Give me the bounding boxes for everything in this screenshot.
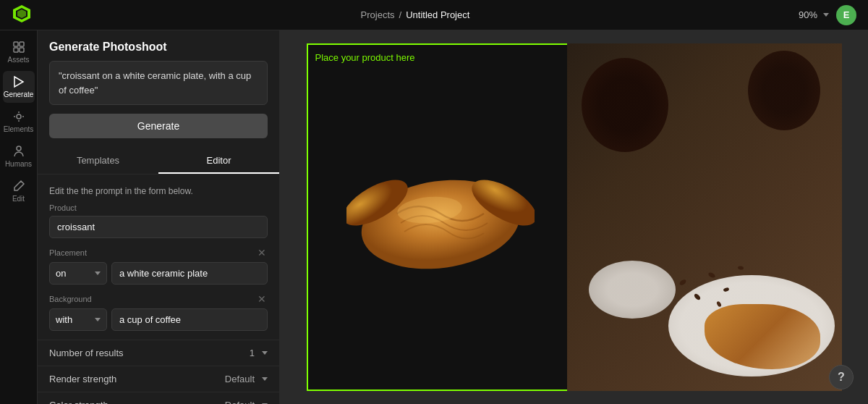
sidebar-item-elements[interactable]: Elements: [3, 106, 35, 138]
setting-render-strength-value: Default: [225, 374, 268, 384]
breadcrumb: Projects / Untitled Project: [361, 9, 470, 20]
svg-point-8: [17, 114, 21, 119]
bg-decorations: [567, 43, 842, 391]
svg-point-9: [17, 146, 21, 151]
svg-point-15: [723, 287, 729, 292]
form-description: Edit the the prompt in the form below.: [49, 186, 268, 196]
setting-render-strength[interactable]: Render strength Default: [38, 366, 279, 392]
background-preposition-select[interactable]: with: [49, 308, 107, 331]
help-button[interactable]: ?: [829, 365, 854, 390]
canvas-area: Place your product here: [280, 30, 868, 404]
zoom-chevron-icon: [823, 13, 829, 17]
sidebar-item-assets-label: Assets: [7, 56, 29, 64]
panel-title: Generate Photoshoot: [38, 30, 279, 61]
background-clear-button[interactable]: ✕: [256, 293, 268, 305]
croissant-illustration: [346, 101, 535, 333]
sidebar-item-humans[interactable]: Humans: [3, 140, 35, 172]
user-avatar[interactable]: E: [836, 5, 856, 25]
svg-point-18: [678, 279, 687, 287]
sidebar-item-generate[interactable]: Generate: [3, 71, 35, 103]
background-preposition-value: with: [56, 314, 72, 325]
svg-point-17: [737, 266, 744, 270]
topbar-logo: [12, 4, 32, 27]
tab-templates[interactable]: Templates: [38, 148, 158, 174]
placement-row: on: [49, 262, 268, 285]
product-label: Product: [49, 203, 268, 212]
product-input[interactable]: [49, 216, 268, 238]
main-layout: Assets Generate Elements Humans: [0, 30, 868, 404]
setting-number-of-results-value: 1: [250, 348, 268, 358]
placement-preposition-select[interactable]: on: [49, 262, 107, 285]
bg-scene: [567, 43, 842, 391]
background-header: Background ✕: [49, 293, 268, 305]
panel: Generate Photoshoot "croissant on a whit…: [38, 30, 280, 404]
placement-clear-button[interactable]: ✕: [256, 247, 268, 258]
svg-rect-4: [20, 42, 24, 46]
setting-color-strength-label: Color strength: [49, 400, 109, 404]
setting-color-strength[interactable]: Color strength Default: [38, 392, 279, 404]
placement-group: Placement ✕ on: [49, 247, 268, 285]
setting-color-strength-value: Default: [225, 400, 268, 404]
placement-value-input[interactable]: [111, 262, 268, 285]
setting-number-of-results[interactable]: Number of results 1: [38, 340, 279, 366]
number-of-results-chevron-icon: [262, 351, 268, 355]
background-scene: [567, 43, 842, 391]
generate-button[interactable]: Generate: [49, 114, 268, 138]
current-project[interactable]: Untitled Project: [406, 9, 469, 20]
background-group: Background ✕ with: [49, 293, 268, 331]
sidebar-item-edit[interactable]: Edit: [3, 175, 35, 207]
setting-number-of-results-label: Number of results: [49, 348, 124, 358]
render-strength-value: Default: [225, 374, 255, 384]
background-chevron-icon: [95, 318, 101, 321]
setting-render-strength-label: Render strength: [49, 374, 116, 384]
topbar-right: 90% E: [799, 5, 856, 25]
svg-point-14: [707, 272, 716, 279]
render-strength-chevron-icon: [262, 377, 268, 381]
editor-form: Edit the the prompt in the form below. P…: [38, 182, 279, 340]
product-drop-zone[interactable]: Place your product here: [307, 43, 574, 391]
zoom-control[interactable]: 90%: [799, 9, 829, 20]
svg-marker-7: [14, 77, 23, 87]
prompt-box: "croissant on a white ceramic plate, wit…: [49, 61, 268, 105]
sidebar-item-edit-label: Edit: [12, 195, 25, 203]
topbar: Projects / Untitled Project 90% E: [0, 0, 868, 30]
sidebar-item-assets[interactable]: Assets: [3, 36, 35, 68]
sidebar-item-elements-label: Elements: [4, 125, 34, 133]
zoom-level: 90%: [799, 9, 817, 20]
placement-preposition-value: on: [56, 268, 66, 279]
background-label: Background: [49, 295, 92, 303]
svg-point-16: [693, 293, 701, 300]
color-strength-value: Default: [225, 400, 255, 404]
canvas-container: Place your product here: [307, 43, 842, 391]
placement-label: Placement: [49, 248, 87, 257]
product-zone-label: Place your product here: [315, 52, 415, 63]
svg-rect-6: [20, 48, 24, 52]
sidebar-item-generate-label: Generate: [4, 91, 34, 98]
breadcrumb-separator: /: [399, 9, 402, 20]
placement-chevron-icon: [95, 272, 101, 275]
sidebar-item-humans-label: Humans: [5, 160, 32, 168]
svg-rect-3: [14, 42, 18, 46]
background-value-input[interactable]: [111, 308, 268, 331]
icon-sidebar: Assets Generate Elements Humans: [0, 30, 38, 404]
svg-point-19: [715, 300, 721, 307]
number-of-results-value: 1: [250, 348, 255, 358]
projects-link[interactable]: Projects: [361, 9, 395, 20]
tab-editor[interactable]: Editor: [158, 148, 279, 174]
svg-rect-5: [14, 48, 18, 52]
background-row: with: [49, 308, 268, 331]
placement-header: Placement ✕: [49, 247, 268, 258]
tabs: Templates Editor: [38, 148, 279, 174]
